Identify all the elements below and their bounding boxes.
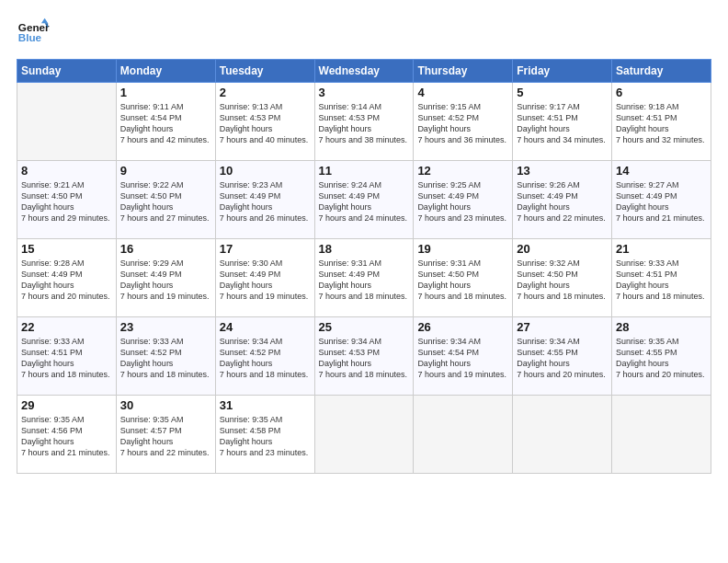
day-number: 22 [21, 320, 112, 334]
day-number: 5 [517, 86, 608, 99]
calendar-cell: 15Sunrise: 9:28 AMSunset: 4:49 PMDayligh… [17, 239, 117, 317]
calendar-cell: 12Sunrise: 9:25 AMSunset: 4:49 PMDayligh… [414, 161, 513, 239]
day-info: Sunrise: 9:30 AMSunset: 4:49 PMDaylight … [220, 258, 311, 303]
calendar-cell: 26Sunrise: 9:34 AMSunset: 4:54 PMDayligh… [414, 317, 513, 396]
day-info: Sunrise: 9:34 AMSunset: 4:54 PMDaylight … [417, 336, 508, 381]
calendar-cell: 17Sunrise: 9:30 AMSunset: 4:49 PMDayligh… [215, 239, 314, 317]
day-number: 20 [517, 242, 608, 256]
header: General Blue [17, 17, 711, 50]
calendar-cell: 5Sunrise: 9:17 AMSunset: 4:51 PMDaylight… [513, 83, 612, 161]
calendar-cell: 1Sunrise: 9:11 AMSunset: 4:54 PMDaylight… [116, 83, 215, 161]
day-number: 8 [21, 164, 112, 178]
calendar-cell: 8Sunrise: 9:21 AMSunset: 4:50 PMDaylight… [17, 161, 117, 239]
day-number: 11 [319, 164, 410, 178]
logo: General Blue [17, 17, 50, 50]
calendar-cell: 22Sunrise: 9:33 AMSunset: 4:51 PMDayligh… [17, 317, 117, 396]
day-number: 26 [417, 320, 508, 334]
day-number: 13 [517, 164, 608, 178]
calendar-cell: 21Sunrise: 9:33 AMSunset: 4:51 PMDayligh… [612, 239, 711, 317]
calendar-week-row: 15Sunrise: 9:28 AMSunset: 4:49 PMDayligh… [17, 239, 711, 317]
day-info: Sunrise: 9:33 AMSunset: 4:52 PMDaylight … [120, 336, 211, 381]
day-number: 21 [616, 242, 707, 256]
weekday-header: Sunday [17, 60, 117, 83]
calendar-cell: 31Sunrise: 9:35 AMSunset: 4:58 PMDayligh… [215, 396, 314, 474]
calendar-cell: 30Sunrise: 9:35 AMSunset: 4:57 PMDayligh… [116, 396, 215, 474]
day-info: Sunrise: 9:34 AMSunset: 4:52 PMDaylight … [220, 336, 311, 381]
calendar-week-row: 22Sunrise: 9:33 AMSunset: 4:51 PMDayligh… [17, 317, 711, 396]
calendar-cell: 9Sunrise: 9:22 AMSunset: 4:50 PMDaylight… [116, 161, 215, 239]
day-number: 16 [120, 242, 211, 256]
day-number: 17 [220, 242, 311, 256]
calendar-cell: 2Sunrise: 9:13 AMSunset: 4:53 PMDaylight… [215, 83, 314, 161]
calendar-cell: 16Sunrise: 9:29 AMSunset: 4:49 PMDayligh… [116, 239, 215, 317]
day-number: 1 [120, 86, 211, 99]
weekday-header: Monday [116, 60, 215, 83]
calendar-cell: 25Sunrise: 9:34 AMSunset: 4:53 PMDayligh… [314, 317, 414, 396]
calendar-cell: 4Sunrise: 9:15 AMSunset: 4:52 PMDaylight… [414, 83, 513, 161]
day-number: 27 [517, 320, 608, 334]
day-info: Sunrise: 9:26 AMSunset: 4:49 PMDaylight … [517, 179, 608, 224]
day-number: 2 [220, 86, 311, 99]
calendar-cell: 19Sunrise: 9:31 AMSunset: 4:50 PMDayligh… [414, 239, 513, 317]
calendar-cell: 3Sunrise: 9:14 AMSunset: 4:53 PMDaylight… [314, 83, 414, 161]
day-info: Sunrise: 9:17 AMSunset: 4:51 PMDaylight … [517, 101, 608, 146]
calendar-cell: 14Sunrise: 9:27 AMSunset: 4:49 PMDayligh… [612, 161, 711, 239]
calendar-cell [414, 396, 513, 474]
calendar-cell: 24Sunrise: 9:34 AMSunset: 4:52 PMDayligh… [215, 317, 314, 396]
day-info: Sunrise: 9:35 AMSunset: 4:56 PMDaylight … [21, 414, 112, 459]
day-number: 15 [21, 242, 112, 256]
day-info: Sunrise: 9:27 AMSunset: 4:49 PMDaylight … [616, 179, 707, 224]
calendar-cell: 29Sunrise: 9:35 AMSunset: 4:56 PMDayligh… [17, 396, 117, 474]
day-number: 10 [220, 164, 311, 178]
calendar-cell [17, 83, 117, 161]
day-number: 19 [417, 242, 508, 256]
day-info: Sunrise: 9:34 AMSunset: 4:55 PMDaylight … [517, 336, 608, 381]
calendar-cell: 6Sunrise: 9:18 AMSunset: 4:51 PMDaylight… [612, 83, 711, 161]
day-number: 24 [220, 320, 311, 334]
calendar-week-row: 8Sunrise: 9:21 AMSunset: 4:50 PMDaylight… [17, 161, 711, 239]
day-info: Sunrise: 9:32 AMSunset: 4:50 PMDaylight … [517, 258, 608, 303]
day-info: Sunrise: 9:23 AMSunset: 4:49 PMDaylight … [220, 179, 311, 224]
day-number: 14 [616, 164, 707, 178]
calendar-cell: 13Sunrise: 9:26 AMSunset: 4:49 PMDayligh… [513, 161, 612, 239]
calendar-cell: 10Sunrise: 9:23 AMSunset: 4:49 PMDayligh… [215, 161, 314, 239]
day-number: 23 [120, 320, 211, 334]
day-info: Sunrise: 9:24 AMSunset: 4:49 PMDaylight … [319, 179, 410, 224]
day-number: 9 [120, 164, 211, 178]
day-number: 28 [616, 320, 707, 334]
calendar-cell [513, 396, 612, 474]
day-info: Sunrise: 9:29 AMSunset: 4:49 PMDaylight … [120, 258, 211, 303]
day-info: Sunrise: 9:28 AMSunset: 4:49 PMDaylight … [21, 258, 112, 303]
calendar-cell: 11Sunrise: 9:24 AMSunset: 4:49 PMDayligh… [314, 161, 414, 239]
logo-icon: General Blue [17, 17, 50, 50]
calendar-cell: 28Sunrise: 9:35 AMSunset: 4:55 PMDayligh… [612, 317, 711, 396]
day-info: Sunrise: 9:14 AMSunset: 4:53 PMDaylight … [319, 101, 410, 146]
day-info: Sunrise: 9:13 AMSunset: 4:53 PMDaylight … [220, 101, 311, 146]
day-number: 4 [417, 86, 508, 99]
calendar-cell [314, 396, 414, 474]
day-number: 18 [319, 242, 410, 256]
calendar-cell: 27Sunrise: 9:34 AMSunset: 4:55 PMDayligh… [513, 317, 612, 396]
day-number: 25 [319, 320, 410, 334]
day-info: Sunrise: 9:35 AMSunset: 4:55 PMDaylight … [616, 336, 707, 381]
day-number: 6 [616, 86, 707, 99]
weekday-header: Friday [513, 60, 612, 83]
day-number: 12 [417, 164, 508, 178]
day-info: Sunrise: 9:31 AMSunset: 4:50 PMDaylight … [417, 258, 508, 303]
calendar-cell: 20Sunrise: 9:32 AMSunset: 4:50 PMDayligh… [513, 239, 612, 317]
day-info: Sunrise: 9:21 AMSunset: 4:50 PMDaylight … [21, 179, 112, 224]
day-info: Sunrise: 9:35 AMSunset: 4:58 PMDaylight … [220, 414, 311, 459]
day-info: Sunrise: 9:35 AMSunset: 4:57 PMDaylight … [120, 414, 211, 459]
weekday-header: Tuesday [215, 60, 314, 83]
calendar-cell: 23Sunrise: 9:33 AMSunset: 4:52 PMDayligh… [116, 317, 215, 396]
day-info: Sunrise: 9:34 AMSunset: 4:53 PMDaylight … [319, 336, 410, 381]
day-info: Sunrise: 9:33 AMSunset: 4:51 PMDaylight … [21, 336, 112, 381]
day-info: Sunrise: 9:15 AMSunset: 4:52 PMDaylight … [417, 101, 508, 146]
calendar-cell: 18Sunrise: 9:31 AMSunset: 4:49 PMDayligh… [314, 239, 414, 317]
day-number: 30 [120, 398, 211, 412]
svg-text:Blue: Blue [18, 31, 42, 43]
day-info: Sunrise: 9:31 AMSunset: 4:49 PMDaylight … [319, 258, 410, 303]
calendar-cell [612, 396, 711, 474]
calendar-week-row: 1Sunrise: 9:11 AMSunset: 4:54 PMDaylight… [17, 83, 711, 161]
weekday-header: Thursday [414, 60, 513, 83]
